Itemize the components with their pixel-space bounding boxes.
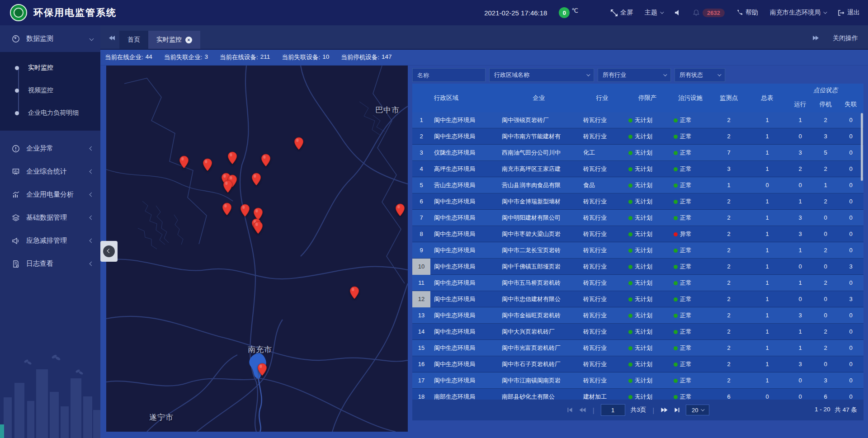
map-marker-pin[interactable]	[257, 363, 267, 378]
map-marker-pin[interactable]	[251, 173, 261, 188]
table-row[interactable]: 3 仪陇生态环境局 西南油气田分公司川中 化工 无计划 正常 7 1 3 5 0	[412, 145, 863, 161]
cell-limit: 无计划	[625, 328, 670, 336]
next-page-button[interactable]	[660, 407, 668, 413]
map-marker-pin[interactable]	[222, 203, 232, 218]
table-row[interactable]: 7 阆中生态环境局 阆中明阳建材有限公司 砖瓦行业 无计划 正常 2 1 3 0…	[412, 210, 863, 226]
table-scrollbar-thumb[interactable]	[861, 113, 863, 181]
region-filter-select[interactable]: 行政区域名称	[489, 68, 594, 82]
table-row[interactable]: 1 阆中生态环境局 阆中强锐页岩砖厂 砖瓦行业 无计划 正常 2 1 1 2 0	[412, 112, 863, 128]
theme-dropdown[interactable]: 主题	[645, 9, 663, 17]
sidebar-collapse-button[interactable]	[100, 241, 118, 262]
cell-stopped: 0	[813, 361, 838, 367]
sidebar-item-enterprise-anomaly[interactable]: 企业异常	[0, 137, 100, 160]
status-filter-select[interactable]: 所有状态	[675, 68, 725, 82]
sidebar-item-emergency-reduction[interactable]: 应急减排管理	[0, 229, 100, 252]
stats-bar: 当前在线企业:44当前失联企业:3当前在线设备:211当前失联设备:10当前停机…	[100, 50, 868, 66]
help-button[interactable]: 帮助	[736, 9, 758, 17]
table-row[interactable]: 12 阆中生态环境局 阆中市忠信建材有限公 砖瓦行业 无计划 正常 2 1 0 …	[412, 291, 863, 307]
tab-home[interactable]: 首页	[119, 31, 148, 49]
chevron-left-icon	[90, 262, 94, 266]
table-row[interactable]: 8 阆中生态环境局 阆中市枣碧大梁山页岩 砖瓦行业 无计划 异常 2 1 3 0…	[412, 226, 863, 242]
map-marker-pin[interactable]	[395, 203, 405, 219]
table-row[interactable]: 9 阆中生态环境局 阆中市二龙长宝页岩砖 砖瓦行业 无计划 正常 2 1 1 2…	[412, 242, 863, 259]
sidebar-item-data-monitoring[interactable]: 数据监测	[0, 25, 100, 52]
cell-facility: 正常	[670, 198, 711, 206]
table-row[interactable]: 14 阆中生态环境局 阆中大兴页岩机砖厂 砖瓦行业 无计划 正常 2 1 1 2…	[412, 324, 863, 340]
cell-industry: 砖瓦行业	[580, 328, 625, 336]
page-size-select[interactable]: 20	[686, 405, 709, 415]
cell-facility: 异常	[670, 230, 711, 238]
row-index: 10	[412, 259, 430, 275]
map-panel[interactable]: 巴中市南充市遂宁市	[106, 66, 408, 432]
chevron-left-icon	[90, 146, 94, 151]
column-group-label: 点位状态	[788, 84, 863, 97]
status-dot	[674, 379, 678, 383]
table-row[interactable]: 6 阆中生态环境局 阆中市金博瑞新型墙材 砖瓦行业 无计划 正常 2 1 1 2…	[412, 193, 863, 210]
chevron-left-icon	[90, 239, 94, 243]
table-row[interactable]: 18 南部生态环境局 南部县砂化土有限公 建材加工 无计划 正常 6 0 0 6…	[412, 389, 863, 400]
table-row[interactable]: 15 阆中生态环境局 阆中市光富页岩机砖厂 砖瓦行业 无计划 正常 2 1 1 …	[412, 340, 863, 356]
fullscreen-label: 全屏	[620, 9, 633, 17]
tabs-scroll-right-button[interactable]	[808, 34, 823, 49]
page-number-input[interactable]	[601, 404, 625, 416]
cell-meters: 0	[747, 182, 788, 188]
mute-button[interactable]	[675, 9, 681, 16]
status-dot	[674, 297, 678, 301]
pin-icon	[294, 137, 304, 151]
map-marker-pin[interactable]	[179, 155, 189, 171]
logout-button[interactable]: 退出	[838, 9, 860, 17]
table-row[interactable]: 10 阆中生态环境局 阆中千佛镇五郎垭页岩 砖瓦行业 无计划 正常 2 1 0 …	[412, 259, 863, 275]
sidebar-item-power-load-detail[interactable]: 企业电力负荷明细	[0, 102, 100, 124]
map-marker-pin[interactable]	[240, 204, 250, 219]
cell-running: 0	[788, 296, 813, 302]
notifications[interactable]: 2632	[693, 9, 725, 17]
map-marker-pin[interactable]	[349, 286, 359, 301]
cell-facility: 正常	[670, 360, 711, 368]
table-row[interactable]: 4 高坪生态环境局 南充市高坪区王家店建 砖瓦行业 无计划 正常 3 1 2 2…	[412, 161, 863, 177]
tab-label: 实时监控	[156, 36, 182, 44]
map-marker-pin[interactable]	[294, 137, 304, 152]
cell-region: 阆中生态环境局	[430, 328, 498, 336]
tabs-scroll-left-button[interactable]	[105, 34, 119, 49]
industry-filter-select[interactable]: 所有行业	[598, 68, 671, 82]
first-page-button[interactable]	[566, 407, 573, 413]
cell-points: 3	[711, 165, 747, 172]
sidebar-item-power-usage-analysis[interactable]: 企业用电量分析	[0, 183, 100, 206]
table-row[interactable]: 16 阆中生态环境局 阆中市石子页岩机砖厂 砖瓦行业 无计划 正常 2 1 3 …	[412, 356, 863, 372]
cell-points: 2	[711, 377, 747, 384]
table-row[interactable]: 17 阆中生态环境局 阆中市江南镇阆南页岩 砖瓦行业 无计划 正常 2 1 0 …	[412, 372, 863, 389]
map-marker-pin[interactable]	[227, 151, 237, 167]
sidebar-item-base-data-management[interactable]: 基础数据管理	[0, 206, 100, 229]
last-page-button[interactable]	[674, 407, 680, 413]
fullscreen-button[interactable]: 全屏	[611, 9, 633, 17]
table-row[interactable]: 11 阆中生态环境局 阆中市五马桥页岩机砖 砖瓦行业 无计划 正常 2 1 1 …	[412, 275, 863, 291]
tab-realtime-monitoring[interactable]: 实时监控 ×	[148, 31, 200, 49]
prev-page-button[interactable]	[579, 407, 586, 413]
map-marker-pin[interactable]	[253, 221, 263, 236]
cell-region: 营山生态环境局	[430, 181, 498, 189]
sidebar-submenu: 实时监控 视频监控 企业电力负荷明细	[0, 52, 100, 131]
table-row[interactable]: 5 营山生态环境局 营山县润丰肉食品有限 食品 无计划 正常 1 0 0 1 0	[412, 177, 863, 193]
tab-close-icon[interactable]: ×	[185, 37, 192, 43]
map-marker-pin[interactable]	[261, 154, 271, 169]
sidebar-item-realtime-monitoring[interactable]: 实时监控	[0, 57, 100, 79]
sidebar-item-enterprise-statistics[interactable]: 企业综合统计	[0, 160, 100, 183]
sidebar-item-label: 视频监控	[28, 86, 53, 94]
table-row[interactable]: 13 阆中生态环境局 阆中市金福旺页岩机砖 砖瓦行业 无计划 正常 2 1 3 …	[412, 307, 863, 324]
sidebar-item-log-view[interactable]: 日志查看	[0, 252, 100, 275]
cell-facility: 正常	[670, 132, 711, 141]
stat-value: 44	[146, 53, 152, 61]
speaker-icon	[675, 9, 681, 16]
close-operations-button[interactable]: 关闭操作	[823, 34, 861, 49]
bullet-icon	[15, 111, 19, 115]
sidebar-item-video-monitoring[interactable]: 视频监控	[0, 79, 100, 102]
map-marker-pin[interactable]	[223, 180, 233, 195]
gauge-icon	[12, 35, 20, 43]
name-filter-input[interactable]	[412, 68, 486, 82]
cell-facility: 正常	[670, 263, 711, 271]
cell-industry: 砖瓦行业	[580, 246, 625, 254]
map-marker-pin[interactable]	[203, 158, 212, 174]
org-dropdown[interactable]: 南充市生态环境局	[770, 9, 826, 17]
table-row[interactable]: 2 阆中生态环境局 阆中市南方节能建材有 砖瓦行业 无计划 正常 2 1 0 3…	[412, 128, 863, 145]
range-text: 1 - 20	[815, 406, 830, 414]
